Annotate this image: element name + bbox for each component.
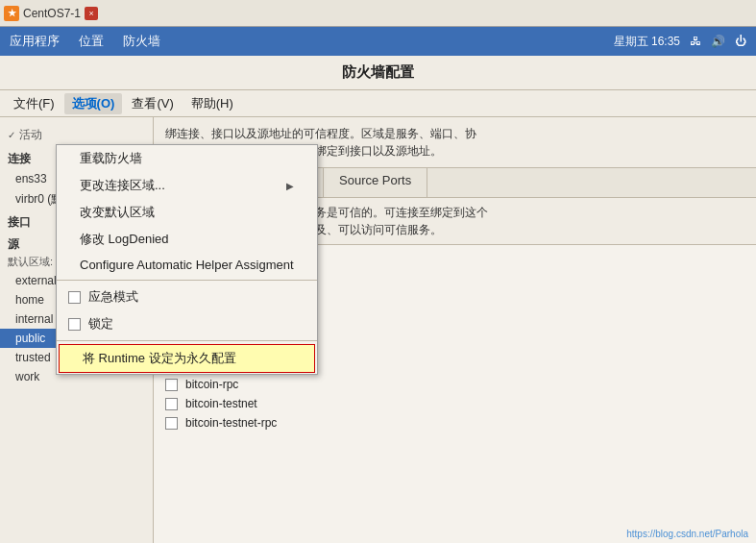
checkbox-bitcoin-testnet[interactable]: [165, 398, 178, 410]
volume-icon: 🔊: [711, 35, 725, 48]
dropdown-overlay: 重载防火墙 更改连接区域... ▶ 改变默认区域 修改 LogDenied Co…: [56, 144, 318, 375]
service-label: bitcoin-testnet: [185, 397, 257, 410]
window-title: CentOS7-1: [23, 7, 81, 20]
lock-label: 锁定: [88, 315, 113, 333]
menu-log-denied[interactable]: 修改 LogDenied: [57, 226, 317, 253]
checkbox-bitcoin-rpc[interactable]: [165, 379, 178, 391]
emergency-label: 应急模式: [88, 288, 138, 306]
service-bitcoin-rpc: bitcoin-rpc: [165, 375, 744, 394]
menu-view[interactable]: 查看(V): [124, 93, 181, 114]
menu-auto-helper[interactable]: Configure Automatic Helper Assigment: [57, 253, 317, 277]
service-bitcoin-testnet: bitcoin-testnet: [165, 394, 744, 413]
checkbox-bitcoin-testnet-rpc[interactable]: [165, 417, 178, 430]
power-icon: ⏻: [735, 35, 746, 48]
menu-lock[interactable]: 锁定: [57, 310, 317, 337]
menu-help[interactable]: 帮助(H): [183, 93, 241, 114]
window-header: 防火墙配置: [0, 56, 756, 90]
change-zone-label: 更改连接区域...: [80, 177, 165, 194]
close-button[interactable]: ×: [85, 7, 98, 20]
menu-bar: 文件(F) 选项(O) 查看(V) 帮助(H): [0, 90, 756, 117]
dropdown-menu: 重载防火墙 更改连接区域... ▶ 改变默认区域 修改 LogDenied Co…: [56, 144, 318, 375]
description-line1: 绑连接、接口以及源地址的可信程度。区域是服务、端口、协: [165, 125, 744, 142]
tab-source-ports[interactable]: Source Ports: [324, 168, 427, 197]
checkbox-emergency: [68, 291, 81, 304]
window-header-title: 防火墙配置: [342, 63, 414, 82]
menu-set-permanent[interactable]: 将 Runtime 设定为永久配置: [59, 344, 315, 373]
system-bar: 应用程序 位置 防火墙 星期五 16:35 🖧 🔊 ⏻: [0, 27, 756, 56]
firewall-menu[interactable]: 防火墙: [123, 33, 160, 50]
system-bar-right: 星期五 16:35 🖧 🔊 ⏻: [614, 34, 746, 50]
watermark: https://blog.csdn.net/Parhola: [626, 529, 748, 539]
network-icon: 🖧: [690, 35, 701, 48]
title-bar: ★ CentOS7-1 ×: [0, 0, 756, 27]
menu-file[interactable]: 文件(F): [6, 93, 62, 114]
menu-options[interactable]: 选项(O): [64, 93, 123, 114]
menu-separator-1: [57, 280, 317, 281]
service-label: bitcoin-testnet-rpc: [185, 416, 277, 430]
menu-separator-2: [57, 340, 317, 341]
active-label: 活动: [19, 127, 42, 143]
submenu-arrow-icon: ▶: [286, 181, 294, 191]
places-menu[interactable]: 位置: [79, 33, 104, 50]
menu-change-zone[interactable]: 更改连接区域... ▶: [57, 172, 317, 199]
checkbox-lock: [68, 318, 81, 331]
service-bitcoin-testnet-rpc: bitcoin-testnet-rpc: [165, 413, 744, 432]
datetime-label: 星期五 16:35: [614, 34, 680, 50]
service-label: bitcoin-rpc: [185, 378, 238, 391]
apps-menu[interactable]: 应用程序: [10, 33, 60, 50]
menu-change-default[interactable]: 改变默认区域: [57, 199, 317, 226]
chevron-icon: ✓: [8, 130, 15, 140]
window-icon: ★: [4, 6, 19, 21]
menu-emergency[interactable]: 应急模式: [57, 284, 317, 310]
main-content: ✓ 活动 连接 ens33 virbr0 (默认区域) 接口 源 默认区域: e…: [0, 117, 756, 543]
system-bar-apps: 应用程序 位置 防火墙: [10, 33, 160, 50]
menu-reload-firewall[interactable]: 重载防火墙: [57, 145, 317, 172]
